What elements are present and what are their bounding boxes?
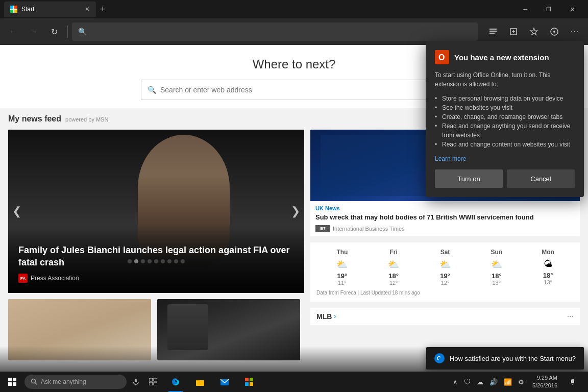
start-button[interactable] xyxy=(2,372,22,392)
cloud-icon[interactable]: ☁ xyxy=(475,378,485,386)
news-feed-title: My news feed xyxy=(8,114,61,124)
permission-item: Read and change content on websites you … xyxy=(435,140,575,149)
svg-rect-17 xyxy=(135,379,137,382)
refresh-icon: ↻ xyxy=(51,27,58,37)
main-news-card[interactable]: ❮ ❯ Family of Jules Bianchi xyxy=(8,130,304,293)
hub-button[interactable] xyxy=(545,22,564,41)
minimize-button[interactable]: ─ xyxy=(513,0,537,18)
mail-icon xyxy=(219,377,230,387)
web-note-button[interactable] xyxy=(504,22,523,41)
weather-low-sun: 13° xyxy=(471,280,522,286)
taskbar-app-store[interactable] xyxy=(237,372,261,392)
weather-high-thu: 19° xyxy=(316,272,368,280)
day-name: Thu xyxy=(316,249,368,256)
clock-time: 9:29 AM xyxy=(532,374,557,382)
tab-close-button[interactable]: ✕ xyxy=(85,6,90,13)
satisfaction-toast-text: How satisfied are you with the Start men… xyxy=(450,355,576,362)
toolbar-right: ··· xyxy=(484,22,584,41)
system-clock[interactable]: 9:29 AM 5/26/2016 xyxy=(528,374,561,390)
svg-rect-20 xyxy=(154,378,157,381)
svg-rect-3 xyxy=(14,10,17,13)
favorites-icon xyxy=(529,27,538,36)
bottom-card-1[interactable] xyxy=(8,299,151,360)
learn-more-link[interactable]: Learn more xyxy=(435,155,575,162)
network-icon[interactable]: ⚙ xyxy=(516,378,526,386)
back-button[interactable]: ← xyxy=(4,22,22,41)
task-view-button[interactable] xyxy=(143,372,163,392)
browser-tab-active[interactable]: Start ✕ xyxy=(4,2,96,17)
sub-news-category: UK News xyxy=(315,205,575,211)
svg-rect-28 xyxy=(250,382,253,386)
weather-low-fri: 12° xyxy=(368,280,420,286)
source-name: Press Association xyxy=(31,275,79,282)
weather-day-sat: Sat ⛅ 19° 12° xyxy=(420,249,471,286)
tab-favicon xyxy=(10,6,17,13)
news-feed-powered: powered by MSN xyxy=(65,116,108,122)
toast-icon xyxy=(434,353,445,363)
minimize-icon: ─ xyxy=(523,6,527,12)
more-button[interactable]: ··· xyxy=(566,22,584,41)
clock-date: 5/26/2016 xyxy=(532,382,557,389)
carousel-prev-button[interactable]: ❮ xyxy=(12,205,21,218)
volume-icon[interactable]: 🔊 xyxy=(487,378,500,386)
search-bar-container[interactable]: 🔍 xyxy=(141,80,447,100)
maximize-button[interactable]: ❐ xyxy=(537,0,560,18)
extension-popup-description: To start using Office Online, turn it on… xyxy=(435,70,575,89)
extension-popup-title: You have a new extension xyxy=(454,53,549,62)
sub-news-content: UK News Sub wreck that may hold bodies o… xyxy=(310,201,580,236)
wifi-icon[interactable]: 📶 xyxy=(502,378,514,386)
office-icon: O xyxy=(435,50,449,64)
source-logo: PA xyxy=(18,274,28,283)
weather-icon-sat: ⛅ xyxy=(420,259,471,270)
ibt-abbr: IBT xyxy=(320,227,325,230)
address-bar[interactable]: 🔍 xyxy=(72,22,478,41)
svg-rect-27 xyxy=(245,382,249,386)
new-tab-button[interactable]: + xyxy=(96,4,110,15)
bottom-card-2[interactable] xyxy=(157,299,300,360)
carousel-next-button[interactable]: ❯ xyxy=(291,205,300,218)
weather-low-thu: 11° xyxy=(316,280,368,286)
notification-button[interactable] xyxy=(564,372,582,392)
forward-button[interactable]: → xyxy=(24,22,43,41)
svg-rect-4 xyxy=(489,29,497,30)
day-name: Sat xyxy=(420,249,471,256)
taskbar-app-mail[interactable] xyxy=(212,372,237,392)
browser-chrome: Start ✕ + ─ ❐ ✕ ← → ↻ 🔍 xyxy=(0,0,588,45)
notification-icon xyxy=(569,378,576,385)
taskbar: Ask me anything xyxy=(0,372,588,392)
main-news-source: PA Press Association xyxy=(18,274,294,283)
svg-rect-2 xyxy=(10,10,13,13)
close-icon: ✕ xyxy=(570,6,575,13)
permission-item: Create, change, and rearrange browser ta… xyxy=(435,112,575,121)
turn-on-button[interactable]: Turn on xyxy=(435,169,503,188)
popup-buttons: Turn on Cancel xyxy=(435,169,575,188)
reading-list-button[interactable] xyxy=(484,22,502,41)
chevron-up-icon[interactable]: ∧ xyxy=(451,378,460,386)
taskbar-app-explorer[interactable] xyxy=(188,372,212,392)
svg-rect-23 xyxy=(196,380,204,386)
weather-icon-mon: 🌤 xyxy=(522,259,574,270)
weather-source: Data from Foreca | Last Updated 18 mins … xyxy=(316,290,574,296)
satisfaction-toast: How satisfied are you with the Start men… xyxy=(426,347,584,370)
favorites-button[interactable] xyxy=(525,22,543,41)
taskbar-search[interactable]: Ask me anything xyxy=(24,375,127,389)
weather-day-mon: Mon 🌤 18° 13° xyxy=(522,249,574,286)
day-name: Mon xyxy=(522,249,574,256)
weather-day-sun: Sun ⛅ 18° 13° xyxy=(471,249,522,286)
defender-icon[interactable]: 🛡 xyxy=(462,378,473,386)
day-name: Sun xyxy=(471,249,522,256)
taskbar-app-edge[interactable] xyxy=(163,372,188,392)
search-bar-input[interactable] xyxy=(160,86,440,94)
permission-item: Read and change anything you send or rec… xyxy=(435,121,575,140)
mlb-more-button[interactable]: ··· xyxy=(567,312,574,321)
weather-icon-sun: ⛅ xyxy=(471,259,522,270)
back-icon: ← xyxy=(9,27,17,36)
cancel-button[interactable]: Cancel xyxy=(507,169,575,188)
maximize-icon: ❐ xyxy=(546,6,551,13)
close-button[interactable]: ✕ xyxy=(560,0,584,18)
taskbar-mic-button[interactable] xyxy=(129,375,143,389)
weather-day-fri: Fri ⛅ 18° 12° xyxy=(368,249,420,286)
nav-separator xyxy=(67,26,68,38)
refresh-button[interactable]: ↻ xyxy=(45,22,63,41)
weather-high-sun: 18° xyxy=(471,272,522,280)
